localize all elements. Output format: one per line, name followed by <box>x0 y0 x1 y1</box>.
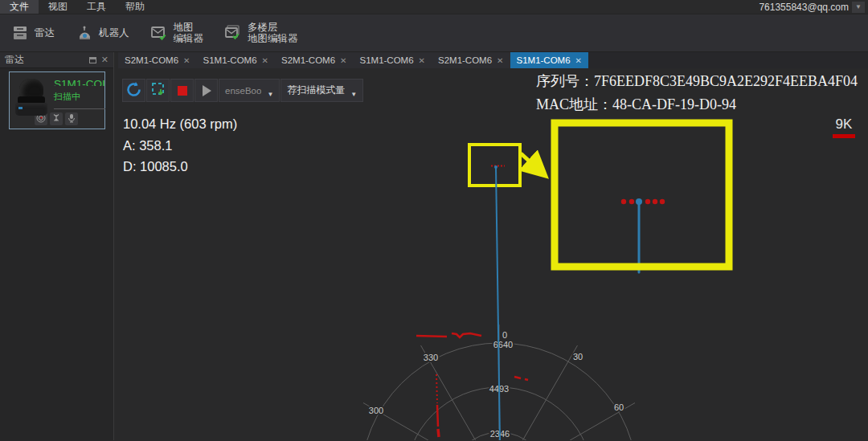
scan-mode-value: enseBoo <box>225 86 261 96</box>
sample-rate-badge: 9K <box>830 116 858 138</box>
stop-button[interactable] <box>170 79 194 102</box>
device-signal-button[interactable] <box>50 112 63 125</box>
recommended-mode-value: 荐扫描模式量 <box>287 84 345 97</box>
menu-bar: 文件视图工具帮助 <box>0 0 154 14</box>
frequency-reading: 10.04 Hz (603 rpm) <box>123 113 237 135</box>
titlebar: 文件视图工具帮助 761355843@qq.com ▼ <box>0 0 868 14</box>
polar-angle-label-300: 300 <box>369 406 383 415</box>
robot-tool-button[interactable]: 机器人 <box>76 25 129 41</box>
document-tabbar: S2M1-COM6✕S1M1-COM6✕S2M1-COM6✕S1M1-COM6✕… <box>118 52 868 68</box>
polar-ring-label-2346: 2346 <box>490 429 510 439</box>
tab-close-icon[interactable]: ✕ <box>183 56 190 65</box>
tab-close-icon[interactable]: ✕ <box>575 56 582 65</box>
polar-ring-label-6640: 6640 <box>493 340 513 349</box>
tab-label: S1M1-COM6 <box>517 55 571 65</box>
lidar-device-image <box>14 77 49 119</box>
polar-angle-label-60: 60 <box>614 402 624 412</box>
distance-reading: D: 10085.0 <box>123 156 237 178</box>
scan-toolbar: enseBoo ▼ 荐扫描模式量 ▼ <box>122 79 363 102</box>
radar-tool-button[interactable]: 雷达 <box>11 25 55 41</box>
device-card[interactable]: S1M1-COI 扫描中 <box>9 71 105 129</box>
account-email[interactable]: 761355843@qq.com <box>759 2 849 13</box>
radar-panel-header: 雷达 ✕ <box>0 52 113 68</box>
polar-ring-label-4493: 4493 <box>489 384 509 394</box>
tab-label: S2M1-COM6 <box>125 55 178 65</box>
refresh-button[interactable] <box>122 79 145 102</box>
zoom-inset-content <box>621 198 665 272</box>
polar-grid <box>361 325 637 440</box>
antenna-icon <box>51 113 61 125</box>
polar-angle-label-30: 30 <box>573 352 583 361</box>
device-record-button[interactable] <box>65 112 78 125</box>
lidar-scan-view[interactable]: 0 6640 4493 2346 330 30 300 60 <box>118 68 868 440</box>
radar-label: 雷达 <box>35 27 55 40</box>
mac-address-value: 48-CA-DF-19-D0-94 <box>612 96 736 112</box>
tab-close-icon[interactable]: ✕ <box>262 56 268 65</box>
radar-icon <box>11 25 29 41</box>
chevron-down-icon: ▼ <box>350 91 357 98</box>
account-dropdown-icon[interactable]: ▼ <box>852 2 865 13</box>
tab-s1m1-com6-5[interactable]: S1M1-COM6✕ <box>510 52 589 68</box>
highlight-box-large <box>555 123 729 267</box>
polar-zero-label: 0 <box>502 330 507 340</box>
tab-label: S2M1-COM6 <box>438 55 492 65</box>
recommended-mode-dropdown[interactable]: 荐扫描模式量 ▼ <box>280 79 363 102</box>
polar-angle-label-330: 330 <box>424 353 438 362</box>
microphone-icon <box>67 113 76 125</box>
map-editor-button[interactable]: 地图 编辑器 <box>150 22 204 44</box>
heading-ray <box>494 165 500 440</box>
map-editor-icon <box>150 25 168 41</box>
serial-number-row: 序列号：7F6EEDF8C3E49BC9A2E292F4EEBA4F04 <box>536 70 858 93</box>
scan-readings: 10.04 Hz (603 rpm) A: 358.1 D: 10085.0 <box>123 113 237 178</box>
robot-label: 机器人 <box>99 27 129 40</box>
zoom-arrow <box>521 153 538 169</box>
multi-floor-map-editor-button[interactable]: 多楼层 地图编辑器 <box>224 22 298 44</box>
scan-points <box>416 333 528 437</box>
mac-address-row: MAC地址：48-CA-DF-19-D0-94 <box>536 93 858 116</box>
play-icon <box>203 85 211 96</box>
angle-reading: A: 358.1 <box>123 135 237 157</box>
play-button[interactable] <box>194 79 218 102</box>
tab-s2m1-com6-2[interactable]: S2M1-COM6✕ <box>275 52 354 68</box>
robot-icon <box>76 25 93 41</box>
tab-close-icon[interactable]: ✕ <box>419 56 425 65</box>
menu-item-0[interactable]: 文件 <box>0 0 39 14</box>
tab-close-icon[interactable]: ✕ <box>497 56 503 65</box>
stop-icon <box>178 86 187 96</box>
capture-frame-icon <box>150 81 166 100</box>
device-name: S1M1-COI <box>54 78 105 86</box>
radar-panel: 雷达 ✕ S1M1-COI 扫描中 <box>0 52 113 440</box>
tab-s1m1-com6-3[interactable]: S1M1-COM6✕ <box>354 52 432 68</box>
menu-item-1[interactable]: 视图 <box>39 0 77 14</box>
tab-label: S2M1-COM6 <box>281 55 335 65</box>
device-status: 扫描中 <box>54 91 105 103</box>
radar-panel-title: 雷达 <box>5 53 24 67</box>
panel-float-icon[interactable] <box>89 57 96 63</box>
chevron-down-icon: ▼ <box>267 91 273 98</box>
menu-item-2[interactable]: 工具 <box>77 0 116 14</box>
app-window: 文件视图工具帮助 761355843@qq.com ▼ 雷达 机器人 地图 编 <box>0 0 868 441</box>
sample-rate-value: 9K <box>830 116 858 133</box>
sample-rate-underline <box>833 134 855 138</box>
multi-floor-map-editor-icon <box>224 25 242 41</box>
tab-label: S1M1-COM6 <box>203 55 257 65</box>
menu-item-3[interactable]: 帮助 <box>116 0 154 14</box>
refresh-icon <box>125 81 142 100</box>
panel-close-icon[interactable]: ✕ <box>101 55 108 64</box>
ribbon-toolbar: 雷达 机器人 地图 编辑器 多楼层 地图编辑器 <box>0 14 868 52</box>
tab-s2m1-com6-4[interactable]: S2M1-COM6✕ <box>432 52 510 68</box>
tab-s2m1-com6-0[interactable]: S2M1-COM6✕ <box>118 52 197 68</box>
device-info-block: 序列号：7F6EEDF8C3E49BC9A2E292F4EEBA4F04 MAC… <box>536 70 858 116</box>
serial-number-value: 7F6EEDF8C3E49BC9A2E292F4EEBA4F04 <box>594 73 858 89</box>
tab-s1m1-com6-1[interactable]: S1M1-COM6✕ <box>197 52 276 68</box>
multi-floor-map-editor-label: 多楼层 地图编辑器 <box>248 22 298 44</box>
map-editor-label: 地图 编辑器 <box>174 22 204 44</box>
highlight-box-small <box>469 145 520 186</box>
scan-mode-dropdown[interactable]: enseBoo ▼ <box>219 79 280 102</box>
capture-button[interactable] <box>146 79 170 102</box>
tab-label: S1M1-COM6 <box>360 55 414 65</box>
account-area: 761355843@qq.com ▼ <box>759 0 868 14</box>
tab-close-icon[interactable]: ✕ <box>340 56 346 65</box>
